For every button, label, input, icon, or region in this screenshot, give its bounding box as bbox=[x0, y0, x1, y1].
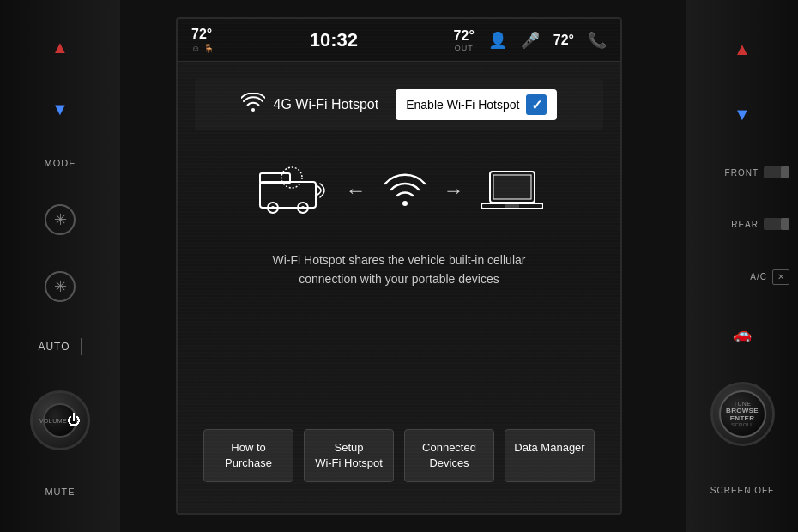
status-time: 10:32 bbox=[310, 29, 358, 51]
laptop-icon bbox=[481, 167, 543, 215]
setup-wifi-label: SetupWi-Fi Hotspot bbox=[315, 441, 383, 469]
ac-toggle[interactable]: ✕ bbox=[772, 269, 789, 285]
svg-point-3 bbox=[271, 206, 275, 209]
power-button[interactable]: VOLUME ⏻ bbox=[43, 403, 77, 438]
rear-label: REAR bbox=[695, 220, 759, 229]
temp-out-label: OUT bbox=[455, 44, 474, 52]
fan-icon-1[interactable]: ✳ bbox=[45, 204, 76, 235]
diagram-area: ← → bbox=[195, 148, 603, 233]
front-control-row: FRONT bbox=[686, 166, 798, 178]
front-slider[interactable] bbox=[764, 166, 789, 178]
status-right-icons: 72° OUT 👤 🎤 72° 📞 bbox=[454, 28, 607, 52]
seat-icon: 🪑 bbox=[203, 44, 214, 53]
connected-devices-label: Connected Devices bbox=[422, 441, 476, 469]
left-down-arrow[interactable]: ▼ bbox=[43, 97, 77, 123]
data-manager-button[interactable]: Data Manager bbox=[505, 429, 595, 482]
rear-control-row: REAR bbox=[686, 218, 798, 230]
right-arrow-icon: → bbox=[444, 178, 464, 203]
enable-toggle[interactable]: Enable Wi-Fi Hotspot ✓ bbox=[396, 89, 557, 120]
hotspot-title-group: 4G Wi-Fi Hotspot bbox=[241, 93, 379, 117]
temp-right-group: 72° bbox=[553, 33, 574, 48]
status-center: 10:32 bbox=[310, 29, 358, 51]
right-panel: ▲ ▼ FRONT REAR A/C ✕ 🚗 TUNE BROWSE ENTER… bbox=[686, 0, 798, 532]
screen-off-label: SCREEN OFF bbox=[710, 486, 774, 495]
volume-label: VOLUME bbox=[39, 418, 68, 424]
left-up-arrow[interactable]: ▲ bbox=[43, 35, 77, 61]
description-text: Wi-Fi Hotspot shares the vehicle built-i… bbox=[245, 251, 553, 289]
browse-label: BROWSE bbox=[726, 407, 759, 414]
main-content: 4G Wi-Fi Hotspot Enable Wi-Fi Hotspot ✓ bbox=[178, 62, 620, 513]
phone-icon[interactable]: 📞 bbox=[588, 31, 607, 50]
enable-checkbox[interactable]: ✓ bbox=[526, 94, 547, 115]
status-bar: 72° ☺ 🪑 10:32 72° OUT 👤 🎤 72° � bbox=[178, 19, 620, 62]
status-icons-row: ☺ 🪑 bbox=[191, 44, 214, 53]
auto-label: AUTO bbox=[38, 341, 70, 353]
left-panel: ▲ ▼ MODE ✳ ✳ AUTO VOLUME ⏻ MUTE bbox=[0, 0, 120, 532]
scroll-label: SCROLL bbox=[731, 422, 753, 427]
temp-out-value: 72° bbox=[454, 28, 475, 44]
how-to-purchase-label: How to Purchase bbox=[225, 441, 272, 469]
enable-label: Enable Wi-Fi Hotspot bbox=[406, 98, 519, 112]
truck-icon bbox=[256, 165, 329, 216]
wifi-icon-large bbox=[241, 93, 265, 117]
wifi-signal-icon bbox=[384, 172, 426, 209]
left-arrow-icon: ← bbox=[346, 178, 366, 203]
right-up-arrow[interactable]: ▲ bbox=[725, 37, 759, 63]
fan-icon-2[interactable]: ✳ bbox=[45, 271, 76, 302]
how-to-purchase-button[interactable]: How to Purchase bbox=[203, 429, 293, 482]
hotspot-title: 4G Wi-Fi Hotspot bbox=[274, 97, 379, 112]
tune-knob-inner: TUNE BROWSE ENTER SCROLL bbox=[719, 390, 766, 438]
mute-label: MUTE bbox=[45, 487, 75, 497]
ac-label: A/C bbox=[695, 272, 767, 281]
svg-point-6 bbox=[281, 167, 302, 188]
status-left: 72° ☺ 🪑 bbox=[191, 27, 214, 53]
smiley-icon: ☺ bbox=[191, 44, 200, 53]
person-icon[interactable]: 👤 bbox=[488, 31, 507, 50]
tune-knob[interactable]: TUNE BROWSE ENTER SCROLL bbox=[710, 382, 775, 446]
mode-label: MODE bbox=[45, 158, 76, 168]
center-screen: 72° ☺ 🪑 10:32 72° OUT 👤 🎤 72° � bbox=[176, 17, 622, 515]
temp-right: 72° bbox=[553, 33, 574, 48]
tune-label: TUNE bbox=[734, 401, 751, 407]
data-manager-label: Data Manager bbox=[514, 441, 584, 454]
volume-knob[interactable]: VOLUME ⏻ bbox=[30, 390, 90, 450]
power-icon: ⏻ bbox=[67, 413, 81, 428]
svg-rect-11 bbox=[505, 203, 519, 209]
setup-wifi-button[interactable]: SetupWi-Fi Hotspot bbox=[304, 429, 394, 482]
svg-point-7 bbox=[402, 201, 408, 206]
temp-out-group: 72° OUT bbox=[454, 28, 475, 52]
enter-label: ENTER bbox=[730, 414, 755, 422]
car-rear-icon: 🚗 bbox=[733, 324, 752, 343]
rear-slider[interactable] bbox=[764, 218, 789, 230]
svg-point-5 bbox=[301, 206, 305, 209]
temp-left: 72° bbox=[191, 27, 214, 42]
scene: ▲ ▼ MODE ✳ ✳ AUTO VOLUME ⏻ MUTE ▲ ▼ FRON… bbox=[0, 0, 798, 532]
microphone-icon[interactable]: 🎤 bbox=[521, 31, 540, 50]
front-label: FRONT bbox=[695, 168, 759, 178]
connected-devices-button[interactable]: Connected Devices bbox=[404, 429, 494, 482]
right-down-arrow[interactable]: ▼ bbox=[725, 102, 759, 128]
ac-control-row: A/C ✕ bbox=[686, 269, 798, 285]
hotspot-header: 4G Wi-Fi Hotspot Enable Wi-Fi Hotspot ✓ bbox=[195, 79, 603, 130]
screen-off-button[interactable]: SCREEN OFF bbox=[710, 486, 774, 495]
bottom-buttons: How to Purchase SetupWi-Fi Hotspot Conne… bbox=[195, 429, 603, 482]
svg-rect-9 bbox=[493, 175, 531, 199]
